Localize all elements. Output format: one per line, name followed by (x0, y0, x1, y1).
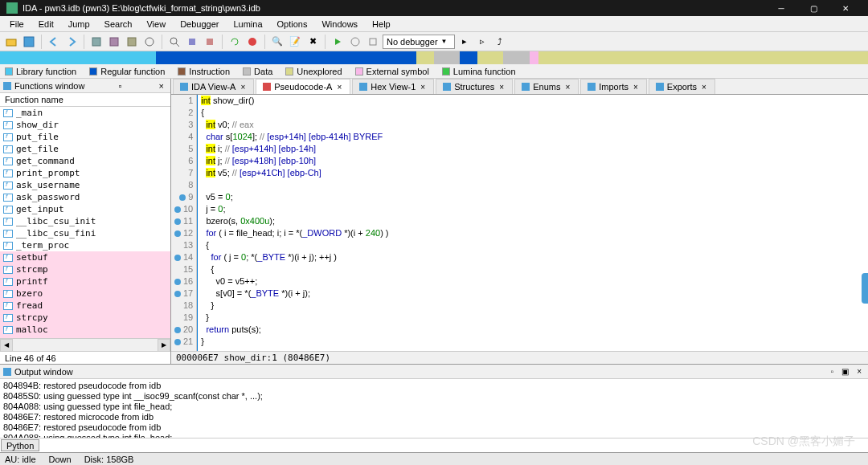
code-line[interactable]: v0 = v5++; (201, 275, 388, 288)
language-button[interactable]: Python (1, 439, 39, 451)
code-line[interactable]: { (201, 107, 388, 119)
cross-button[interactable]: ✖ (305, 34, 321, 50)
search-button[interactable] (166, 34, 182, 50)
breakpoint-dot[interactable] (179, 194, 186, 201)
code-line[interactable]: int i; // [esp+414h] [ebp-14h] (201, 143, 388, 155)
tool-c[interactable] (124, 34, 140, 50)
debug-stop[interactable] (244, 34, 260, 50)
code-tab[interactable]: Enums× (514, 79, 579, 94)
breakpoint-dot[interactable] (179, 170, 186, 177)
tool-d[interactable] (141, 34, 158, 50)
code-line[interactable]: int j; // [esp+418h] [ebp-10h] (201, 155, 388, 167)
debug-step-3[interactable]: ⤴ (492, 34, 508, 50)
code-tab[interactable]: Exports× (649, 79, 715, 94)
code-line[interactable] (201, 179, 388, 191)
back-button[interactable] (46, 34, 62, 50)
code-line[interactable]: return puts(s); (201, 324, 388, 336)
tab-close-button[interactable]: × (700, 83, 708, 92)
code-line[interactable]: int v0; // eax (201, 119, 388, 131)
code-line[interactable]: for ( i = file_head; i; i = *(_DWORD *)(… (201, 227, 388, 239)
functions-column-header[interactable]: Function name (0, 93, 170, 107)
debug-run[interactable] (330, 34, 346, 50)
code-line[interactable]: for ( j = 0; *(_BYTE *)(i + j); ++j ) (201, 251, 388, 263)
scroll-track[interactable] (13, 339, 158, 352)
function-item[interactable]: ask_username (0, 179, 170, 191)
tool-f[interactable] (202, 34, 218, 50)
tab-close-button[interactable]: × (497, 83, 506, 92)
menu-file[interactable]: File (3, 18, 31, 31)
debug-box[interactable] (365, 34, 381, 50)
text-button[interactable]: 📝 (287, 34, 303, 50)
debug-step-2[interactable]: ▹ (474, 34, 490, 50)
maximize-button[interactable]: ▢ (797, 0, 829, 16)
menu-windows[interactable]: Windows (315, 18, 364, 31)
breakpoint-dot[interactable] (174, 291, 181, 297)
function-item[interactable]: show_dir (0, 119, 170, 131)
breakpoint-dot[interactable] (174, 243, 181, 249)
code-tab[interactable]: Structures× (436, 79, 513, 94)
function-item[interactable]: setbuf (0, 251, 170, 263)
scroll-left-button[interactable]: ◀ (0, 339, 13, 352)
function-item[interactable]: strcpy (0, 312, 170, 324)
zoom-text-button[interactable]: 🔍 (269, 34, 285, 50)
function-item[interactable]: print_prompt (0, 167, 170, 179)
breakpoint-dot[interactable] (179, 146, 186, 153)
open-button[interactable] (3, 34, 19, 50)
debug-pause[interactable] (347, 34, 363, 50)
debugger-select[interactable]: No debugger ▼ (383, 35, 455, 49)
breakpoint-dot[interactable] (174, 206, 181, 213)
output-close-button[interactable]: × (854, 367, 865, 376)
code-line[interactable]: v5 = 0; (201, 191, 388, 203)
code-line[interactable]: char s[1024]; // [esp+14h] [ebp-414h] BY… (201, 131, 388, 143)
function-item[interactable]: malloc (0, 324, 170, 336)
scroll-right-button[interactable]: ▶ (158, 339, 170, 352)
menu-debugger[interactable]: Debugger (174, 18, 225, 31)
function-item[interactable]: _main (0, 107, 170, 119)
output-restore-button[interactable]: ▣ (838, 367, 852, 376)
code-tab[interactable]: Pseudocode-A× (256, 79, 350, 94)
menu-options[interactable]: Options (271, 18, 314, 31)
tool-a[interactable] (88, 34, 104, 50)
code-line[interactable]: int show_dir() (201, 95, 388, 107)
breakpoint-dot[interactable] (179, 158, 186, 165)
forward-button[interactable] (63, 34, 80, 50)
function-item[interactable]: get_command (0, 155, 170, 167)
function-item[interactable]: _term_proc (0, 239, 170, 251)
navigation-overview[interactable] (0, 51, 868, 64)
tab-close-button[interactable]: × (632, 83, 640, 92)
function-item[interactable]: fread (0, 300, 170, 312)
breakpoint-dot[interactable] (174, 230, 181, 237)
output-content[interactable]: 804894B: restored pseudocode from idb804… (0, 379, 868, 438)
code-line[interactable]: { (201, 239, 388, 251)
function-item[interactable]: strcmp (0, 263, 170, 275)
code-line[interactable]: { (201, 263, 388, 275)
output-minimize-button[interactable]: ▫ (828, 367, 837, 376)
breakpoint-dot[interactable] (174, 279, 181, 285)
code-content[interactable]: int show_dir(){ int v0; // eax char s[10… (197, 95, 391, 351)
code-line[interactable]: bzero(s, 0x400u); (201, 215, 388, 227)
refresh-button[interactable] (227, 34, 243, 50)
menu-jump[interactable]: Jump (62, 18, 96, 31)
breakpoint-dot[interactable] (179, 110, 186, 116)
breakpoint-dot[interactable] (174, 267, 181, 273)
tab-close-button[interactable]: × (239, 83, 247, 92)
breakpoint-dot[interactable] (179, 98, 186, 104)
breakpoint-dot[interactable] (179, 122, 186, 128)
side-grip[interactable] (862, 273, 868, 304)
code-tab[interactable]: Imports× (580, 79, 647, 94)
code-line[interactable]: s[v0] = *(_BYTE *)(i + j); (201, 288, 388, 300)
breakpoint-dot[interactable] (174, 339, 181, 345)
code-view[interactable]: 123456789101112131415161718192021 int sh… (171, 95, 868, 351)
function-item[interactable]: __libc_csu_fini (0, 227, 170, 239)
breakpoint-dot[interactable] (174, 303, 181, 309)
debug-step-1[interactable]: ▸ (457, 34, 473, 50)
tab-close-button[interactable]: × (419, 83, 427, 92)
menu-lumina[interactable]: Lumina (227, 18, 268, 31)
tab-close-button[interactable]: × (563, 83, 571, 92)
code-tab[interactable]: IDA View-A× (173, 79, 254, 94)
function-item[interactable]: put_file (0, 131, 170, 143)
close-button[interactable]: ✕ (829, 0, 862, 16)
horizontal-scrollbar[interactable]: ◀ ▶ (0, 338, 170, 351)
function-item[interactable]: get_file (0, 143, 170, 155)
breakpoint-dot[interactable] (174, 218, 181, 225)
